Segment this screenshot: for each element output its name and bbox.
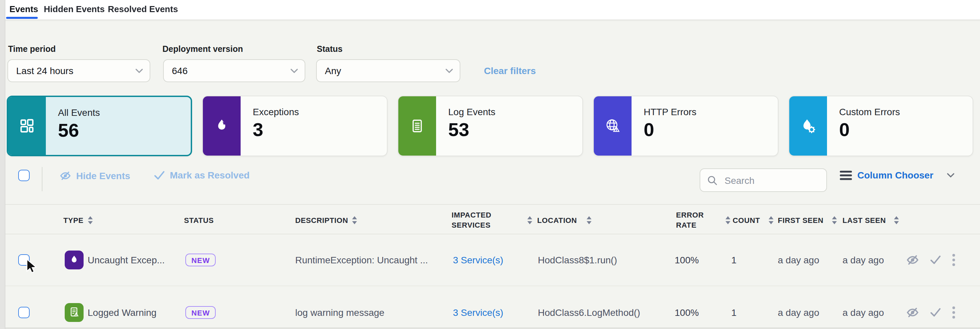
column-header-impacted-services[interactable]: IMPACTED SERVICES bbox=[452, 205, 535, 235]
column-header-label: STATUS bbox=[184, 216, 214, 224]
table-row[interactable]: Logged Warning NEW log warning message 3… bbox=[0, 286, 980, 329]
event-location: HodClass8$1.run() bbox=[538, 254, 617, 265]
column-header-description[interactable]: DESCRIPTION bbox=[295, 205, 358, 235]
active-tab-indicator bbox=[6, 17, 38, 19]
first-seen-value: a day ago bbox=[778, 254, 819, 265]
stat-card-custom-errors[interactable]: Custom Errors 0 bbox=[789, 95, 973, 156]
column-header-count[interactable]: COUNT bbox=[733, 205, 773, 235]
mark-as-resolved-button[interactable]: Mark as Resolved bbox=[154, 170, 250, 181]
deployment-version-select[interactable]: 646 bbox=[163, 59, 305, 82]
search-box bbox=[700, 168, 827, 192]
column-header-label: DESCRIPTION bbox=[295, 216, 348, 224]
resolve-event-action[interactable] bbox=[929, 255, 942, 265]
column-header-error-rate[interactable]: ERROR RATE bbox=[676, 205, 730, 235]
table-header: TYPE STATUS DESCRIPTION IMPACTED SERVICE… bbox=[0, 204, 980, 234]
impacted-services-link[interactable]: 3 Service(s) bbox=[453, 307, 503, 318]
chevron-down-icon bbox=[445, 68, 453, 73]
tab-hidden-events-label: Hidden Events bbox=[44, 4, 105, 14]
column-header-label: LAST SEEN bbox=[843, 216, 886, 224]
impacted-services-link[interactable]: 3 Service(s) bbox=[453, 254, 503, 265]
kebab-menu-icon bbox=[952, 305, 956, 319]
resolve-event-action[interactable] bbox=[929, 307, 942, 317]
check-icon bbox=[929, 255, 942, 265]
hide-event-action[interactable] bbox=[906, 253, 920, 267]
log-warning-icon bbox=[65, 303, 84, 322]
time-period-value: Last 24 hours bbox=[16, 65, 73, 76]
last-seen-value: a day ago bbox=[843, 254, 884, 265]
select-all-checkbox[interactable] bbox=[18, 170, 30, 181]
first-seen-value: a day ago bbox=[778, 307, 819, 318]
event-description: log warning message bbox=[295, 307, 385, 318]
stat-card-exceptions[interactable]: Exceptions 3 bbox=[202, 95, 388, 156]
column-header-label: IMPACTED SERVICES bbox=[452, 210, 495, 229]
tab-events-label: Events bbox=[10, 4, 38, 14]
time-period-select[interactable]: Last 24 hours bbox=[7, 59, 150, 82]
grid-icon bbox=[8, 97, 46, 155]
toolbar-divider bbox=[42, 167, 43, 191]
stat-card-all-events[interactable]: All Events 56 bbox=[7, 95, 192, 156]
kebab-menu-icon bbox=[952, 253, 956, 267]
search-input[interactable] bbox=[723, 174, 813, 186]
stat-card-count: 0 bbox=[839, 119, 900, 141]
deployment-version-value: 646 bbox=[172, 65, 188, 76]
error-rate-value: 100% bbox=[675, 254, 699, 265]
stat-card-log-events[interactable]: Log Events 53 bbox=[398, 95, 583, 156]
column-header-type[interactable]: TYPE bbox=[64, 205, 93, 235]
check-icon bbox=[154, 170, 165, 180]
chevron-down-icon bbox=[947, 173, 955, 178]
column-header-location[interactable]: LOCATION bbox=[537, 205, 592, 235]
column-header-label: COUNT bbox=[733, 216, 760, 224]
row-checkbox[interactable] bbox=[18, 307, 30, 318]
eye-slash-icon bbox=[906, 253, 920, 267]
tab-resolved-events-label: Resolved Events bbox=[108, 4, 178, 14]
sort-icon[interactable] bbox=[832, 216, 837, 224]
column-header-last-seen[interactable]: LAST SEEN bbox=[843, 205, 899, 235]
stat-card-label: Exceptions bbox=[253, 106, 299, 117]
sort-icon[interactable] bbox=[88, 216, 93, 224]
column-chooser-button[interactable]: Column Chooser bbox=[840, 170, 955, 181]
stat-card-label: Custom Errors bbox=[839, 106, 900, 117]
sort-icon[interactable] bbox=[725, 216, 730, 224]
sort-icon[interactable] bbox=[768, 216, 773, 224]
flame-icon bbox=[203, 96, 240, 156]
sort-icon[interactable] bbox=[586, 216, 592, 224]
column-header-status: STATUS bbox=[184, 205, 214, 235]
tabs-bar: Events Hidden Events Resolved Events bbox=[0, 0, 980, 20]
hide-events-button[interactable]: Hide Events bbox=[59, 170, 130, 182]
deployment-version-label: Deployment version bbox=[162, 45, 243, 54]
search-icon bbox=[707, 175, 718, 186]
table-row[interactable]: Uncaught Excep... NEW RuntimeException: … bbox=[0, 234, 980, 286]
event-type: Logged Warning bbox=[88, 307, 156, 318]
row-menu-action[interactable] bbox=[952, 253, 956, 267]
hide-event-action[interactable] bbox=[906, 305, 920, 319]
sort-icon[interactable] bbox=[352, 216, 358, 224]
column-header-label: ERROR RATE bbox=[676, 210, 703, 229]
stat-card-label: All Events bbox=[58, 107, 100, 118]
status-select[interactable]: Any bbox=[316, 59, 460, 82]
row-menu-action[interactable] bbox=[952, 305, 956, 319]
event-description: RuntimeException: Uncaught ... bbox=[295, 254, 428, 265]
error-rate-value: 100% bbox=[675, 307, 699, 318]
tab-resolved-events[interactable]: Resolved Events bbox=[108, 0, 178, 19]
column-header-label: TYPE bbox=[64, 216, 84, 224]
hamburger-icon bbox=[840, 170, 852, 180]
tab-events[interactable]: Events bbox=[10, 0, 38, 19]
events-dashboard: Events Hidden Events Resolved Events Tim… bbox=[0, 0, 980, 329]
column-header-label: LOCATION bbox=[537, 216, 577, 224]
status-badge: NEW bbox=[185, 306, 216, 319]
log-document-icon bbox=[398, 96, 436, 156]
sort-icon[interactable] bbox=[527, 216, 533, 224]
hide-events-label: Hide Events bbox=[76, 170, 130, 181]
stat-card-http-errors[interactable]: HTTP Errors 0 bbox=[593, 95, 778, 156]
row-checkbox[interactable] bbox=[18, 254, 30, 266]
chevron-down-icon bbox=[135, 68, 143, 73]
sort-icon[interactable] bbox=[894, 216, 899, 224]
tab-hidden-events[interactable]: Hidden Events bbox=[44, 0, 105, 19]
column-header-first-seen[interactable]: FIRST SEEN bbox=[778, 205, 837, 235]
status-filter-label: Status bbox=[317, 45, 342, 54]
event-type: Uncaught Excep... bbox=[88, 254, 165, 265]
event-location: HodClass6.LogMethod() bbox=[538, 307, 640, 318]
clear-filters-link[interactable]: Clear filters bbox=[484, 65, 536, 76]
stat-card-label: Log Events bbox=[448, 106, 495, 117]
globe-warning-icon bbox=[594, 96, 632, 156]
